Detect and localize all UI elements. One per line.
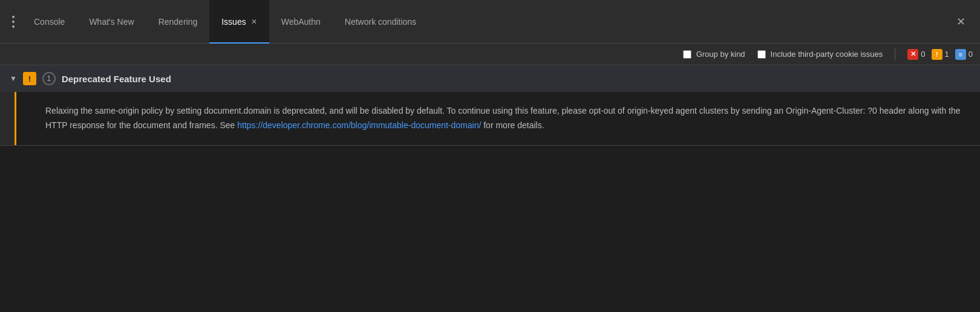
tab-rendering-label: Rendering [158,17,198,27]
tab-webauthn[interactable]: WebAuthn [269,0,333,44]
third-party-label: Include third-party cookie issues [771,50,883,59]
third-party-checkbox[interactable]: Include third-party cookie issues [757,50,883,59]
issue-body-suffix: for more details. [481,120,544,130]
issue-header[interactable]: ▼ ! 1 Deprecated Feature Used [0,65,980,92]
error-count: 0 [921,50,925,59]
badge-group: ✕ 0 ! 1 ≡ 0 [907,49,973,60]
issue-count-badge: 1 [42,72,56,85]
toolbar-filters: Group by kind Include third-party cookie… [683,50,883,59]
warning-icon: ! [932,49,942,60]
tab-console[interactable]: Console [22,0,77,44]
group-by-kind-label: Group by kind [696,50,745,59]
warning-count: 1 [945,50,949,59]
tab-whats-new-label: What's New [89,17,134,27]
issue-body: Relaxing the same-origin policy by setti… [45,104,963,133]
tab-overflow-button[interactable] [5,16,22,28]
tab-issues-label: Issues [221,17,246,27]
tab-bar: Console What's New Rendering Issues ✕ We… [0,0,980,44]
tab-network-conditions[interactable]: Network conditions [333,0,428,44]
issues-toolbar: Group by kind Include third-party cookie… [0,44,980,65]
tab-issues-close[interactable]: ✕ [251,18,257,26]
group-by-kind-input[interactable] [683,50,691,59]
info-count: 0 [969,50,973,59]
issue-link[interactable]: https://developer.chrome.com/blog/immuta… [237,120,481,130]
tab-webauthn-label: WebAuthn [281,17,321,27]
third-party-input[interactable] [757,50,766,59]
tab-network-conditions-label: Network conditions [345,17,416,27]
tab-console-label: Console [34,17,65,27]
chevron-down-icon: ▼ [10,74,17,83]
issue-section: ▼ ! 1 Deprecated Feature Used Relaxing t… [0,65,980,146]
group-by-kind-checkbox[interactable]: Group by kind [683,50,745,59]
info-icon: ≡ [955,49,966,60]
toolbar-divider [895,48,895,60]
tab-whats-new[interactable]: What's New [77,0,146,44]
tab-rendering[interactable]: Rendering [146,0,210,44]
tab-issues[interactable]: Issues ✕ [209,0,269,44]
issue-warning-icon: ! [23,72,36,85]
info-badge[interactable]: ≡ 0 [955,49,973,60]
warning-badge[interactable]: ! 1 [932,49,949,60]
error-icon: ✕ [907,49,918,60]
error-badge[interactable]: ✕ 0 [907,49,925,60]
issue-content: Relaxing the same-origin policy by setti… [15,92,980,145]
devtools-close-button[interactable]: ✕ [947,15,975,28]
issue-title: Deprecated Feature Used [62,74,171,84]
